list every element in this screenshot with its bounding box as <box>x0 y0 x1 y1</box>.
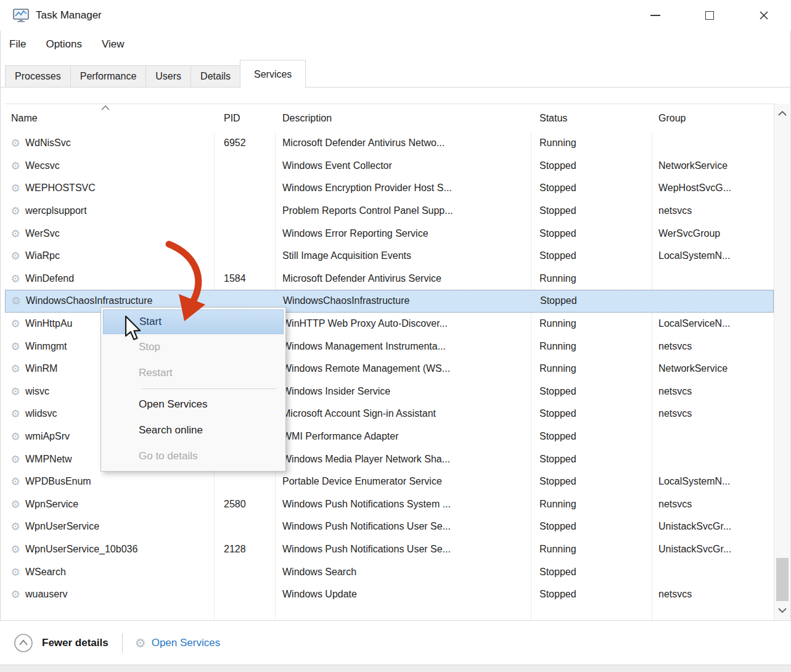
service-description: Windows Insider Service <box>275 386 531 397</box>
table-row[interactable]: ⚙ wuauserv Windows Update Stopped netsvc… <box>5 583 774 606</box>
table-row[interactable]: ⚙ WpnUserService_10b036 2128 Windows Pus… <box>5 538 774 561</box>
service-name: WEPHOSTSVC <box>25 182 96 194</box>
context-menu-item-go-to-details[interactable]: Go to details <box>103 443 284 469</box>
maximize-icon <box>705 11 714 20</box>
table-row[interactable]: ⚙ wercplsupport Problem Reports Control … <box>5 200 774 223</box>
scroll-down-button[interactable] <box>774 602 790 619</box>
service-description: WinHTTP Web Proxy Auto-Discover... <box>275 318 531 329</box>
service-name: Wecsvc <box>25 160 60 171</box>
task-manager-icon <box>12 7 30 24</box>
context-menu-item-search-online[interactable]: Search online <box>103 417 284 443</box>
service-name: Winmgmt <box>25 341 67 352</box>
service-status: Stopped <box>531 521 652 532</box>
service-description: Portable Device Enumerator Service <box>275 476 531 487</box>
service-group: WerSvcGroup <box>652 228 774 239</box>
vertical-scrollbar[interactable] <box>774 104 790 620</box>
table-row[interactable]: ⚙ WerSvc Windows Error Reporting Service… <box>5 222 774 245</box>
tab-processes[interactable]: Processes <box>5 65 71 88</box>
menubar-item-view[interactable]: View <box>102 38 125 51</box>
table-row[interactable]: ⚙ Wecsvc Windows Event Collector Stopped… <box>5 155 774 178</box>
table-row[interactable]: ⚙ WPDBusEnum Portable Device Enumerator … <box>5 470 774 493</box>
tab-details[interactable]: Details <box>191 65 240 88</box>
fewer-details-button[interactable]: Fewer details <box>42 637 109 649</box>
service-gear-icon: ⚙ <box>9 137 22 149</box>
table-row[interactable]: ⚙ WinDefend 1584 Microsoft Defender Anti… <box>5 268 774 290</box>
service-status: Stopped <box>531 250 652 261</box>
service-group: netsvcs <box>652 205 774 216</box>
footer-divider <box>122 633 123 653</box>
column-header-status[interactable]: Status <box>531 113 652 124</box>
close-button[interactable] <box>737 0 791 31</box>
service-name: WSearch <box>25 567 66 578</box>
service-group: LocalServiceN... <box>652 318 774 329</box>
menubar-item-options[interactable]: Options <box>46 38 82 51</box>
context-menu-item-stop[interactable]: Stop <box>103 334 284 360</box>
maximize-button[interactable] <box>682 0 737 31</box>
tab-performance[interactable]: Performance <box>70 65 147 88</box>
tab-services[interactable]: Services <box>240 60 306 88</box>
tab-users[interactable]: Users <box>145 65 191 88</box>
table-row[interactable]: ⚙ WSearch Windows Search Stopped <box>5 560 774 583</box>
service-description: Windows Remote Management (WS... <box>275 363 531 374</box>
service-status: Stopped <box>531 589 652 600</box>
column-header-description[interactable]: Description <box>275 113 531 124</box>
context-menu-item-start[interactable]: Start <box>103 309 284 334</box>
service-gear-icon: ⚙ <box>9 543 22 555</box>
table-row[interactable]: ⚙ WpnUserService Windows Push Notificati… <box>5 515 774 538</box>
service-group: UnistackSvcGr... <box>652 544 774 555</box>
service-status: Running <box>531 499 652 510</box>
context-menu-item-open-services[interactable]: Open Services <box>103 391 284 417</box>
service-pid: 2128 <box>214 544 275 555</box>
service-gear-icon: ⚙ <box>9 340 22 353</box>
service-gear-icon: ⚙ <box>9 453 22 465</box>
service-description: Microsoft Defender Antivirus Netwo... <box>275 137 531 149</box>
service-description: Microsoft Defender Antivirus Service <box>275 273 531 284</box>
service-description: Windows Error Reporting Service <box>275 228 531 239</box>
close-icon <box>758 10 769 21</box>
scroll-up-button[interactable] <box>774 105 790 122</box>
service-name: WerSvc <box>25 228 60 239</box>
service-status: Running <box>531 273 652 284</box>
service-gear-icon: ⚙ <box>9 475 22 488</box>
service-name: wercplsupport <box>25 205 87 216</box>
service-name: WinRM <box>25 363 57 374</box>
menubar-item-file[interactable]: File <box>9 38 26 51</box>
chevron-up-icon <box>778 111 787 116</box>
minimize-button[interactable] <box>628 0 682 31</box>
service-description: WindowsChaosInfrastructure <box>276 295 531 306</box>
table-header: Name PID Description Status Group <box>5 104 774 132</box>
service-status: Stopped <box>531 205 652 216</box>
service-name: WMPNetw <box>25 454 72 465</box>
service-gear-icon: ⚙ <box>9 318 22 330</box>
table-row[interactable]: ⚙ WEPHOSTSVC Windows Encryption Provider… <box>5 177 774 200</box>
column-header-pid[interactable]: PID <box>214 113 275 124</box>
column-header-group[interactable]: Group <box>652 113 774 124</box>
table-row[interactable]: ⚙ WiaRpc Still Image Acquisition Events … <box>5 245 774 268</box>
open-services-link[interactable]: Open Services <box>152 637 221 649</box>
services-gear-icon: ⚙ <box>135 636 146 650</box>
table-row[interactable]: ⚙ WpnService 2580 Windows Push Notificat… <box>5 493 774 516</box>
service-name: wuauserv <box>25 589 67 600</box>
context-menu-item-restart[interactable]: Restart <box>103 360 284 386</box>
service-name: WiaRpc <box>25 250 60 261</box>
service-description: Windows Media Player Network Sha... <box>275 454 531 465</box>
service-pid: 2580 <box>214 499 275 510</box>
service-description: Windows Update <box>275 589 531 600</box>
service-group: WepHostSvcG... <box>652 182 774 194</box>
service-status: Running <box>531 363 652 374</box>
service-status: Running <box>531 137 652 149</box>
column-header-name[interactable]: Name <box>5 113 214 124</box>
chevron-up-circle-icon <box>14 633 33 653</box>
service-group: netsvcs <box>652 341 774 352</box>
service-name: WPDBusEnum <box>25 476 91 487</box>
service-group: UnistackSvcGr... <box>652 521 774 532</box>
service-gear-icon: ⚙ <box>9 227 22 240</box>
service-name: WinHttpAu <box>25 318 72 329</box>
scrollbar-thumb[interactable] <box>776 558 789 601</box>
service-gear-icon: ⚙ <box>9 588 22 600</box>
service-status: Stopped <box>531 408 652 419</box>
service-description: Windows Event Collector <box>275 160 531 171</box>
table-row[interactable]: ⚙ WdNisSvc 6952 Microsoft Defender Antiv… <box>5 132 774 155</box>
service-pid: 1584 <box>214 273 275 284</box>
service-status: Stopped <box>531 182 652 194</box>
